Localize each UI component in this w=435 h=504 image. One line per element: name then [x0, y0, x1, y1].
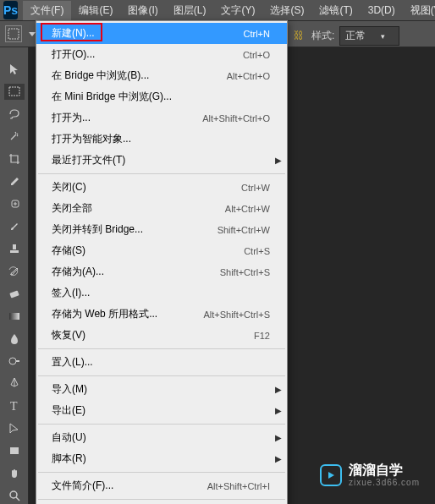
submenu-arrow-icon: ▶ — [275, 385, 282, 394]
menu-type[interactable]: 文字(Y) — [213, 1, 262, 20]
svg-point-12 — [10, 491, 17, 498]
menu-separator — [38, 499, 285, 500]
menu-separator — [38, 424, 285, 425]
menu-layer[interactable]: 图层(L) — [166, 1, 214, 20]
rectangle-tool[interactable] — [4, 442, 25, 459]
menu-filter[interactable]: 滤镜(T) — [311, 1, 360, 20]
dropdown-arrow-icon[interactable] — [29, 30, 36, 37]
svg-text:T: T — [10, 400, 18, 413]
svg-rect-4 — [10, 250, 19, 253]
submenu-arrow-icon: ▶ — [275, 156, 282, 165]
watermark-play-icon — [320, 464, 342, 486]
svg-rect-11 — [10, 447, 19, 454]
svg-rect-0 — [8, 29, 19, 39]
crop-tool[interactable] — [4, 151, 25, 167]
svg-rect-5 — [9, 291, 19, 299]
blur-tool[interactable] — [4, 331, 25, 348]
svg-rect-1 — [9, 87, 19, 96]
menu-item[interactable]: 签入(I)... — [36, 282, 287, 304]
chain-icon: ⛓ — [291, 28, 306, 43]
watermark: 溜溜自学 zixue.3d66.com — [320, 463, 420, 487]
svg-line-13 — [16, 497, 19, 501]
tool-palette: T — [0, 47, 29, 504]
lasso-tool[interactable] — [4, 106, 25, 123]
menu-item[interactable]: 在 Bridge 中浏览(B)...Alt+Ctrl+O — [36, 65, 287, 86]
svg-rect-3 — [13, 244, 16, 249]
menu-separator — [38, 472, 285, 473]
style-select[interactable]: 正常 ▾ — [339, 26, 399, 46]
menu-item[interactable]: 关闭并转到 Bridge...Shift+Ctrl+W — [36, 219, 287, 240]
menubar: Ps 文件(F) 编辑(E) 图像(I) 图层(L) 文字(Y) 选择(S) 滤… — [0, 0, 435, 20]
eyedropper-tool[interactable] — [4, 173, 25, 190]
svg-point-7 — [9, 358, 16, 364]
menu-image[interactable]: 图像(I) — [120, 1, 165, 20]
menu-item[interactable]: 导入(M)▶ — [36, 379, 287, 400]
path-tool[interactable] — [4, 420, 25, 437]
menu-item[interactable]: 打开为智能对象... — [36, 129, 287, 150]
menu-item[interactable]: 存储为 Web 所用格式...Alt+Shift+Ctrl+S — [36, 304, 287, 325]
menu-file[interactable]: 文件(F) — [23, 1, 71, 20]
file-menu-dropdown: 新建(N)...Ctrl+N打开(O)...Ctrl+O在 Bridge 中浏览… — [36, 20, 288, 504]
submenu-arrow-icon: ▶ — [275, 433, 282, 442]
menu-item[interactable]: 在 Mini Bridge 中浏览(G)... — [36, 86, 287, 107]
hand-tool[interactable] — [4, 465, 25, 482]
healing-tool[interactable] — [4, 195, 25, 212]
svg-rect-6 — [9, 313, 19, 320]
menu-separator — [38, 348, 285, 349]
menu-item[interactable]: 脚本(R)▶ — [36, 448, 287, 469]
menu-separator — [38, 173, 285, 174]
svg-rect-8 — [16, 360, 19, 362]
stamp-tool[interactable] — [4, 240, 25, 257]
menu-item[interactable]: 关闭全部Alt+Ctrl+W — [36, 198, 287, 219]
menu-item[interactable]: 置入(L)... — [36, 352, 287, 373]
menu-item[interactable]: 导出(E)▶ — [36, 400, 287, 421]
menu-item[interactable]: 新建(N)...Ctrl+N — [36, 23, 287, 44]
menu-item[interactable]: 存储为(A)...Shift+Ctrl+S — [36, 261, 287, 282]
gradient-tool[interactable] — [4, 308, 25, 325]
submenu-arrow-icon: ▶ — [275, 454, 282, 463]
menu-item[interactable]: 存储(S)Ctrl+S — [36, 240, 287, 261]
move-tool[interactable] — [4, 61, 25, 78]
watermark-title: 溜溜自学 — [349, 463, 420, 478]
menu-item[interactable]: 自动(U)▶ — [36, 427, 287, 448]
menu-item[interactable]: 打开(O)...Ctrl+O — [36, 44, 287, 65]
menu-item[interactable]: 打开为...Alt+Shift+Ctrl+O — [36, 107, 287, 129]
menu-item[interactable]: 恢复(V)F12 — [36, 325, 287, 346]
brush-tool[interactable] — [4, 218, 25, 235]
watermark-url: zixue.3d66.com — [349, 478, 420, 487]
history-brush-tool[interactable] — [4, 263, 25, 280]
dodge-tool[interactable] — [4, 353, 25, 370]
menu-select[interactable]: 选择(S) — [262, 1, 311, 20]
options-right: ⛓ 样式: 正常 ▾ — [291, 24, 435, 47]
menu-view[interactable]: 视图(V — [403, 1, 435, 20]
eraser-tool[interactable] — [4, 285, 25, 302]
submenu-arrow-icon: ▶ — [275, 406, 282, 415]
menu-edit[interactable]: 编辑(E) — [71, 1, 120, 20]
menu-item[interactable]: 文件简介(F)...Alt+Shift+Ctrl+I — [36, 475, 287, 496]
marquee-tool[interactable] — [4, 84, 25, 101]
zoom-tool[interactable] — [4, 487, 25, 504]
style-label: 样式: — [311, 29, 334, 43]
marquee-tool-icon[interactable] — [5, 25, 22, 42]
menu-item[interactable]: 最近打开文件(T)▶ — [36, 150, 287, 171]
pen-tool[interactable] — [4, 375, 25, 392]
ps-logo: Ps — [3, 1, 18, 19]
type-tool[interactable]: T — [4, 397, 25, 414]
menu-item[interactable]: 关闭(C)Ctrl+W — [36, 177, 287, 198]
wand-tool[interactable] — [4, 129, 25, 145]
menu-separator — [38, 375, 285, 376]
menu-3d[interactable]: 3D(D) — [361, 2, 403, 19]
